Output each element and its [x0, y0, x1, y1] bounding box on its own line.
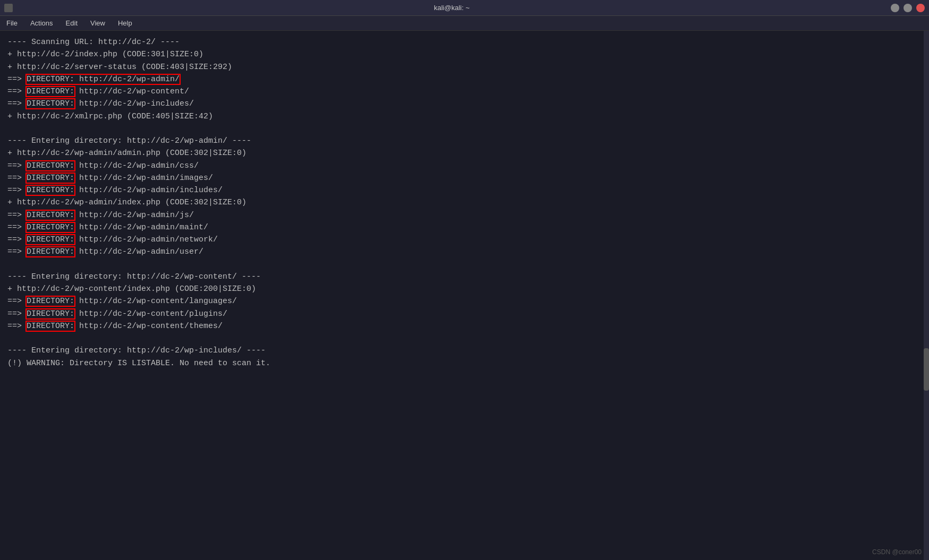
titlebar-title: kali@kali: ~ [434, 4, 470, 12]
menu-help[interactable]: Help [116, 18, 134, 28]
maximize-button[interactable] [904, 4, 912, 12]
empty-line [7, 259, 922, 271]
menu-actions[interactable]: Actions [28, 18, 55, 28]
terminal-line: + http://dc-2/server-status (CODE:403|SI… [7, 61, 922, 73]
terminal-line: + http://dc-2/wp-content/index.php (CODE… [7, 283, 922, 295]
menu-edit[interactable]: Edit [64, 18, 80, 28]
terminal-line: ==> DIRECTORY: http://dc-2/wp-admin/js/ [7, 209, 922, 221]
scrollbar-thumb[interactable] [924, 348, 929, 391]
terminal-line: ==> DIRECTORY: http://dc-2/wp-content/pl… [7, 308, 922, 320]
terminal-line: ==> DIRECTORY: http://dc-2/wp-admin/main… [7, 221, 922, 234]
close-button[interactable] [916, 4, 925, 12]
terminal-line: ==> DIRECTORY: http://dc-2/wp-admin/incl… [7, 184, 922, 196]
terminal-line: + http://dc-2/index.php (CODE:301|SIZE:0… [7, 48, 922, 61]
minimize-button[interactable] [891, 4, 899, 12]
terminal-line: + http://dc-2/wp-admin/admin.php (CODE:3… [7, 147, 922, 159]
terminal-line: ==> DIRECTORY: http://dc-2/wp-admin/ [7, 73, 922, 85]
scrollbar-track[interactable] [924, 31, 929, 560]
terminal-line: (!) WARNING: Directory IS LISTABLE. No n… [7, 357, 922, 369]
terminal-line: ---- Entering directory: http://dc-2/wp-… [7, 271, 922, 283]
terminal-line: ---- Entering directory: http://dc-2/wp-… [7, 344, 922, 357]
menu-file[interactable]: File [4, 18, 20, 28]
menu-view[interactable]: View [88, 18, 107, 28]
terminal-line: ==> DIRECTORY: http://dc-2/wp-content/ [7, 85, 922, 98]
watermark: CSDN @coner00 [872, 548, 922, 556]
terminal-window: kali@kali: ~ File Actions Edit View Help… [0, 0, 929, 560]
empty-line [7, 123, 922, 135]
terminal-line: ==> DIRECTORY: http://dc-2/wp-admin/user… [7, 246, 922, 258]
terminal-line: + http://dc-2/xmlrpc.php (CODE:405|SIZE:… [7, 110, 922, 123]
titlebar-controls [891, 4, 925, 12]
terminal-line: ==> DIRECTORY: http://dc-2/wp-content/th… [7, 320, 922, 332]
titlebar-left [4, 4, 13, 12]
terminal-line: ---- Scanning URL: http://dc-2/ ---- [7, 36, 922, 48]
empty-line [7, 332, 922, 344]
terminal-line: ==> DIRECTORY: http://dc-2/wp-admin/netw… [7, 234, 922, 246]
terminal-line: + http://dc-2/wp-admin/index.php (CODE:3… [7, 196, 922, 209]
terminal-line: ==> DIRECTORY: http://dc-2/wp-admin/imag… [7, 172, 922, 184]
terminal-line: ==> DIRECTORY: http://dc-2/wp-admin/css/ [7, 160, 922, 172]
titlebar: kali@kali: ~ [0, 0, 929, 16]
terminal-line: ---- Entering directory: http://dc-2/wp-… [7, 135, 922, 147]
terminal-line: ==> DIRECTORY: http://dc-2/wp-includes/ [7, 98, 922, 110]
terminal-line: ==> DIRECTORY: http://dc-2/wp-content/la… [7, 295, 922, 307]
menubar: File Actions Edit View Help [0, 16, 929, 31]
terminal-icon [4, 4, 13, 12]
terminal-body[interactable]: ---- Scanning URL: http://dc-2/ ---- + h… [0, 31, 929, 560]
